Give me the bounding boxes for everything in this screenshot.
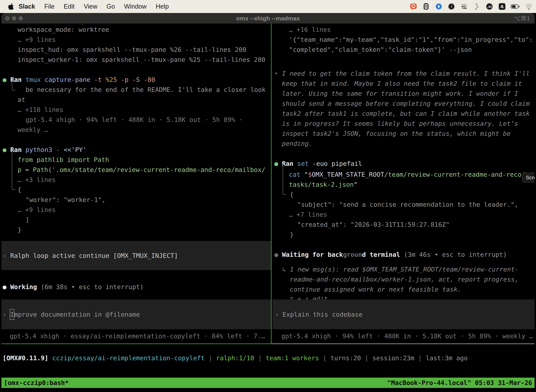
window-shortcut-hint: ⌥⌘1 — [514, 15, 530, 22]
minimize-button[interactable] — [12, 16, 16, 20]
prompt-chevron-icon: › — [3, 311, 6, 318]
battery-percent-badge[interactable]: ..61 — [485, 2, 493, 10]
wifi-icon[interactable] — [525, 2, 533, 10]
terminal-line: "worker": "worker-1", — [25, 195, 105, 205]
output-indent-guide — [282, 164, 286, 195]
tmux-host-and-clock: "MacBook-Pro-44.local" 05:03 31-Mar-26 — [387, 379, 532, 386]
terminal-line: } — [290, 229, 294, 240]
tmux-status-bar[interactable]: [omx-cczip0:bash* "MacBook-Pro-44.local"… — [1, 378, 535, 388]
left-input-placeholder: › Improve documentation in @filename — [1, 309, 140, 319]
mailbox-message-line: continue assigned work or next feasible … — [290, 284, 461, 294]
tmux-session-name: [omx-cczip0:bash* — [4, 379, 69, 386]
right-pane-bottom-border — [272, 344, 535, 344]
reasoning-line: pending. — [282, 139, 312, 149]
terminal-line: "created_at": "2026-03-31T11:59:27.816Z" — [297, 219, 450, 229]
command-bullet-icon: ● — [274, 160, 278, 167]
terminal-window: omx --xhigh --madmax ⌥⌘1 workspace_mode:… — [1, 13, 535, 392]
menu-slack[interactable]: Slack — [14, 3, 40, 10]
working-status-line: ● Working (6m 38s • esc to interrupt) — [3, 282, 144, 292]
svg-text:A: A — [500, 4, 504, 9]
menu-help[interactable]: Help — [151, 3, 173, 10]
reasoning-line: • I need to get the claim token from the… — [274, 69, 530, 79]
omx-session-status-line: [OMX#0.11.9] cczip/essay/ai-reimplementa… — [3, 353, 468, 363]
dots-grid-icon[interactable] — [460, 2, 468, 10]
terminal-line: workspace_mode: worktree — [18, 25, 109, 35]
prompt-chevron-icon: › — [275, 311, 279, 318]
reasoning-line: inspect task2's JSON, focusing on the st… — [282, 129, 511, 139]
input-source-icon[interactable]: A — [498, 2, 506, 10]
menu-bar: Slack File Edit View Go Window Help ..61… — [0, 0, 536, 13]
command-bullet-icon: ● — [3, 76, 6, 83]
screen-share-tooltip: Scre — [522, 173, 535, 182]
terminal-line: { — [290, 190, 294, 200]
ralph-loop-text: › Ralph loop active continue [OMX_TMUX_I… — [1, 251, 178, 261]
terminal-line: '{"team_name":"my-team","task_id":"1","f… — [289, 35, 533, 45]
pane-divider[interactable] — [271, 23, 272, 344]
left-pane-bottom-border — [1, 344, 272, 344]
left-input-box[interactable]: › Improve documentation in @filename — [1, 299, 271, 329]
menu-window[interactable]: Window — [120, 3, 151, 10]
collapsed-lines-indicator[interactable]: … +7 lines — [289, 210, 327, 219]
squiggle-icon[interactable] — [473, 2, 481, 10]
mailbox-message-line: readme-and-reco/mailbox/worker-1.json, a… — [290, 274, 518, 284]
zoom-button[interactable] — [19, 16, 23, 20]
collapsed-lines-indicator[interactable]: … +16 lines — [289, 25, 331, 35]
svg-text:..61: ..61 — [487, 5, 492, 9]
terminal-line: { — [18, 185, 21, 195]
output-indent-guide — [12, 149, 15, 190]
reasoning-line: is in progress? It seems likely but perh… — [282, 119, 518, 129]
right-pane-status-line: gpt-5.4 xhigh · 94% left · 488K in · 5.1… — [281, 331, 533, 341]
terminal-line: gpt-5.4 xhigh · 94% left · 488K in · 5.1… — [25, 115, 243, 125]
cat-command-line: cat "$OMX_TEAM_STATE_ROOT/team/review-cu… — [289, 169, 525, 179]
screen-record-icon[interactable] — [409, 2, 417, 10]
command-bullet-icon: ● — [3, 146, 6, 153]
moon-pie-icon[interactable] — [447, 2, 455, 10]
menu-edit[interactable]: Edit — [59, 3, 79, 10]
terminal-content[interactable]: workspace_mode: worktree … +9 lines insp… — [1, 23, 535, 392]
collapsed-lines-indicator[interactable]: … +9 lines — [18, 35, 56, 45]
menu-go[interactable]: Go — [102, 3, 120, 10]
mailbox-message-line: ↳ 1 new msg(s): read $OMX_TEAM_STATE_ROO… — [282, 264, 519, 274]
prompt-chevron-icon: › — [3, 252, 6, 259]
window-controls — [5, 16, 23, 20]
menu-status-icons: ..61 A — [409, 2, 536, 10]
text-cursor: I — [10, 309, 14, 320]
terminal-line: "completed","claim_token":"claim-token"}… — [289, 45, 472, 55]
reasoning-line: later. Using the same for transition mig… — [282, 89, 518, 98]
reasoning-line: task2 after task1 is complete, but can I… — [282, 108, 530, 119]
reasoning-line: keep that in mind. Maybe I also need the… — [282, 79, 522, 89]
terminal-line: "subject": "send a concise recommendatio… — [297, 200, 518, 210]
status-bullet-icon: ● — [274, 251, 278, 258]
arrow-down-right-icon: ↳ — [282, 266, 286, 273]
code-line: p = Path('.omx/state/team/review-current… — [18, 165, 265, 175]
terminal-line: inspect_hud: omx sparkshell --tmux-pane … — [18, 45, 246, 55]
ran-set-command-line: ● Ran set -euo pipefail — [274, 159, 362, 169]
apple-logo-icon[interactable] — [8, 3, 14, 10]
keypad-shield-icon[interactable] — [422, 2, 430, 10]
reasoning-bullet-icon: • — [274, 70, 278, 77]
battery-icon[interactable] — [511, 2, 520, 10]
status-bullet-icon: ● — [3, 283, 6, 290]
collapsed-lines-indicator[interactable]: … +110 lines — [18, 105, 63, 115]
terminal-line: be necessary for the end of the README. … — [25, 85, 266, 95]
collapsed-lines-indicator[interactable]: … +3 lines — [18, 175, 56, 185]
menu-view[interactable]: View — [79, 3, 102, 10]
menu-file[interactable]: File — [40, 3, 59, 10]
terminal-line: weekly … — [18, 125, 48, 135]
reasoning-line: should send a message before completing … — [282, 98, 530, 108]
collapsed-lines-indicator[interactable]: … +9 lines — [18, 205, 56, 215]
cat-command-line: tasks/task-2.json" — [289, 179, 358, 190]
terminal-line: inspect_worker-1: omx sparkshell --tmux-… — [18, 55, 265, 65]
right-input-placeholder: › Explain this codebase — [273, 309, 363, 319]
terminal-line: ] — [25, 215, 29, 225]
code-line: from pathlib import Path — [18, 155, 109, 165]
window-title-bar[interactable]: omx --xhigh --madmax ⌥⌘1 — [1, 13, 535, 23]
spark-badge-icon[interactable] — [435, 2, 443, 10]
ralph-loop-banner: › Ralph loop active continue [OMX_TMUX_I… — [1, 241, 271, 270]
close-button[interactable] — [5, 16, 10, 20]
right-input-box[interactable]: › Explain this codebase — [273, 299, 535, 329]
window-title: omx --xhigh --madmax — [236, 15, 300, 22]
ran-tmux-command-line: ● Ran tmux capture-pane -t %25 -p -S -80 — [3, 75, 155, 85]
output-indent-guide — [12, 80, 15, 90]
terminal-line: at — [18, 95, 25, 105]
